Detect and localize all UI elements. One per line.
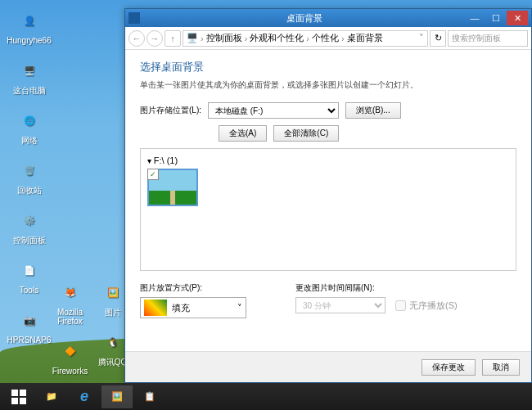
clear-all-button[interactable]: 全部清除(C) <box>273 125 339 142</box>
windows-logo-icon <box>11 390 26 404</box>
breadcrumb[interactable]: 🖥️ ›控制面板 ›外观和个性化 ›个性化 ›桌面背景 ˅ <box>183 30 428 47</box>
select-all-button[interactable]: 全选(A) <box>219 125 267 142</box>
svg-rect-2 <box>11 398 18 404</box>
minimize-button[interactable]: — <box>464 11 485 25</box>
wallpaper-thumbnail[interactable] <box>147 169 198 206</box>
desktop-icon-firefox[interactable]: 🦊Mozilla Firefox <box>47 278 92 326</box>
location-select[interactable]: 本地磁盘 (F:) <box>208 102 339 119</box>
desktop-icon-fireworks[interactable]: 🔶Fireworks <box>47 337 92 376</box>
close-button[interactable]: ✕ <box>507 11 528 25</box>
path-icon: 🖥️ <box>187 33 198 43</box>
svg-rect-0 <box>11 390 18 396</box>
taskbar-ie[interactable]: e <box>69 385 100 408</box>
taskbar[interactable]: 📁 e 🖼️ 📋 <box>0 383 532 410</box>
start-button[interactable] <box>3 385 34 408</box>
titlebar[interactable]: 桌面背景 — ☐ ✕ <box>125 9 531 27</box>
page-heading: 选择桌面背景 <box>140 60 516 74</box>
window-icon <box>128 12 140 24</box>
back-button[interactable]: ← <box>128 30 145 47</box>
dialog-footer: 保存更改 取消 <box>125 351 531 382</box>
desktop-icon-recycle[interactable]: 🗑️回收站 <box>7 156 52 195</box>
navbar: ← → ↑ 🖥️ ›控制面板 ›外观和个性化 ›个性化 ›桌面背景 ˅ ↻ 搜索… <box>125 27 531 50</box>
svg-rect-1 <box>20 390 26 396</box>
desktop-icon-control[interactable]: ⚙️控制面板 <box>7 206 52 245</box>
desktop-icon-network[interactable]: 🌐网络 <box>7 106 52 145</box>
svg-rect-3 <box>20 398 26 404</box>
content-area: 选择桌面背景 单击某一张图片使其成为你的桌面背景，或选择多张图片以创建一个幻灯片… <box>125 50 531 351</box>
interval-label: 更改图片时间间隔(N): <box>295 282 458 294</box>
window-title: 桌面背景 <box>145 12 464 25</box>
up-button[interactable]: ↑ <box>165 30 181 47</box>
cancel-button[interactable]: 取消 <box>482 359 520 376</box>
maximize-button[interactable]: ☐ <box>485 11 507 25</box>
desktop-icons-col2: 🦊Mozilla Firefox 🔶Fireworks <box>47 278 92 376</box>
search-input[interactable]: 搜索控制面板 <box>448 30 528 47</box>
window-desktop-background: 桌面背景 — ☐ ✕ ← → ↑ 🖥️ ›控制面板 ›外观和个性化 ›个性化 ›… <box>124 8 532 383</box>
fit-select[interactable]: 填充 ˅ <box>140 297 246 318</box>
desktop-icon-computer[interactable]: 🖥️这台电脑 <box>7 56 52 95</box>
desktop-icon-hprsnap[interactable]: 📷HPRSNAP6 <box>7 306 52 345</box>
location-label: 图片存储位置(L): <box>140 105 201 116</box>
refresh-button[interactable]: ↻ <box>430 30 446 47</box>
save-button[interactable]: 保存更改 <box>422 359 476 376</box>
desktop-icons-col1: 👤Hungryhe66 🖥️这台电脑 🌐网络 🗑️回收站 ⚙️控制面板 📄Too… <box>7 7 52 345</box>
desktop-icon-tools[interactable]: 📄Tools <box>7 256 52 295</box>
fit-preview-icon <box>144 300 167 316</box>
page-subtitle: 单击某一张图片使其成为你的桌面背景，或选择多张图片以创建一个幻灯片。 <box>140 79 516 91</box>
taskbar-explorer[interactable]: 📁 <box>36 385 67 408</box>
taskbar-app[interactable]: 📋 <box>134 385 165 408</box>
desktop-icon-user[interactable]: 👤Hungryhe66 <box>7 7 52 45</box>
image-gallery: ▾ F:\ (1) <box>140 148 516 271</box>
forward-button[interactable]: → <box>147 30 163 47</box>
interval-select: 30 分钟 <box>295 297 385 313</box>
taskbar-active-window[interactable]: 🖼️ <box>101 385 133 408</box>
shuffle-checkbox: 无序播放(S) <box>395 300 458 312</box>
browse-button[interactable]: 浏览(B)... <box>345 102 401 119</box>
fit-label: 图片放置方式(P): <box>140 282 246 294</box>
gallery-group-header[interactable]: ▾ F:\ (1) <box>147 155 509 165</box>
